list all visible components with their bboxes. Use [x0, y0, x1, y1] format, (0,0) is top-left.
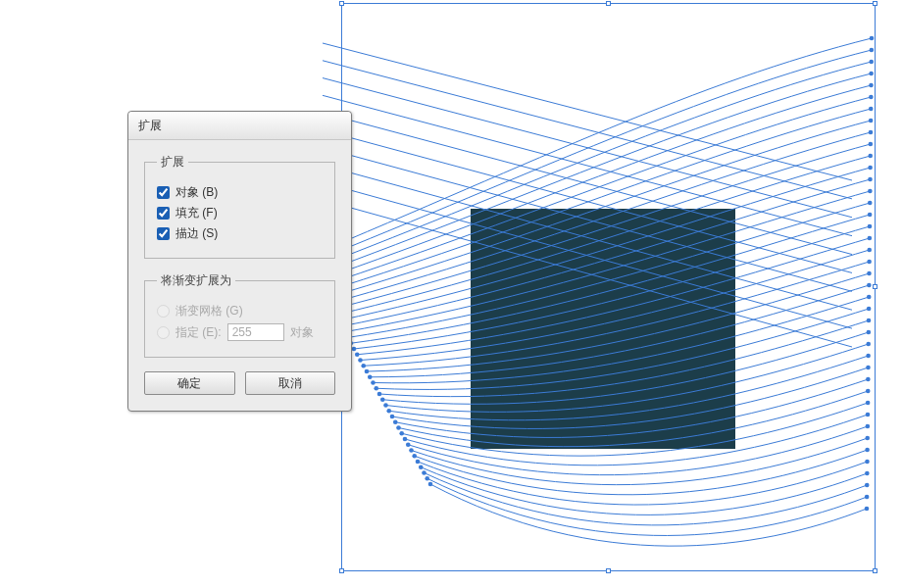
- selection-handle-br[interactable]: [873, 568, 877, 573]
- dialog-titlebar[interactable]: 扩展: [128, 112, 351, 140]
- gradient-fieldset: 将渐变扩展为 渐变网格 (G) 指定 (E): 对象: [144, 272, 335, 358]
- selection-handle-mr[interactable]: [873, 284, 877, 289]
- expand-legend: 扩展: [157, 154, 188, 171]
- gradient-mesh-radio: [157, 305, 170, 318]
- gradient-mesh-radio-row: 渐变网格 (G): [157, 303, 323, 319]
- object-checkbox-row[interactable]: 对象 (B): [157, 184, 323, 201]
- gradient-specify-input: [227, 323, 284, 341]
- cancel-button[interactable]: 取消: [245, 371, 336, 395]
- stroke-checkbox-row[interactable]: 描边 (S): [157, 225, 323, 242]
- dialog-title: 扩展: [138, 119, 162, 132]
- gradient-mesh-label: 渐变网格 (G): [175, 303, 243, 319]
- fill-checkbox-label: 填充 (F): [175, 205, 218, 221]
- selection-handle-bl[interactable]: [339, 568, 344, 573]
- expand-fieldset: 扩展 对象 (B) 填充 (F) 描边 (S): [144, 154, 335, 259]
- gradient-specify-suffix: 对象: [290, 324, 314, 341]
- object-checkbox[interactable]: [157, 186, 170, 199]
- stroke-checkbox-label: 描边 (S): [175, 225, 218, 242]
- selection-handle-tm[interactable]: [606, 1, 611, 6]
- selection-bounding-box: [342, 4, 875, 570]
- gradient-specify-radio: [157, 326, 170, 339]
- expand-dialog: 扩展 扩展 对象 (B) 填充 (F) 描边 (S) 将渐变扩展为 渐变网格 (…: [127, 111, 352, 412]
- gradient-legend: 将渐变扩展为: [157, 272, 235, 289]
- gradient-specify-radio-row: 指定 (E): 对象: [157, 323, 323, 341]
- object-checkbox-label: 对象 (B): [175, 184, 218, 201]
- gradient-specify-prefix: 指定 (E):: [175, 324, 222, 341]
- fill-checkbox-row[interactable]: 填充 (F): [157, 205, 323, 221]
- ok-button[interactable]: 确定: [144, 371, 235, 395]
- stroke-checkbox[interactable]: [157, 227, 170, 240]
- fill-checkbox[interactable]: [157, 207, 170, 220]
- selection-handle-tl[interactable]: [339, 1, 344, 6]
- selection-handle-tr[interactable]: [873, 1, 877, 6]
- selection-handle-bm[interactable]: [606, 568, 611, 573]
